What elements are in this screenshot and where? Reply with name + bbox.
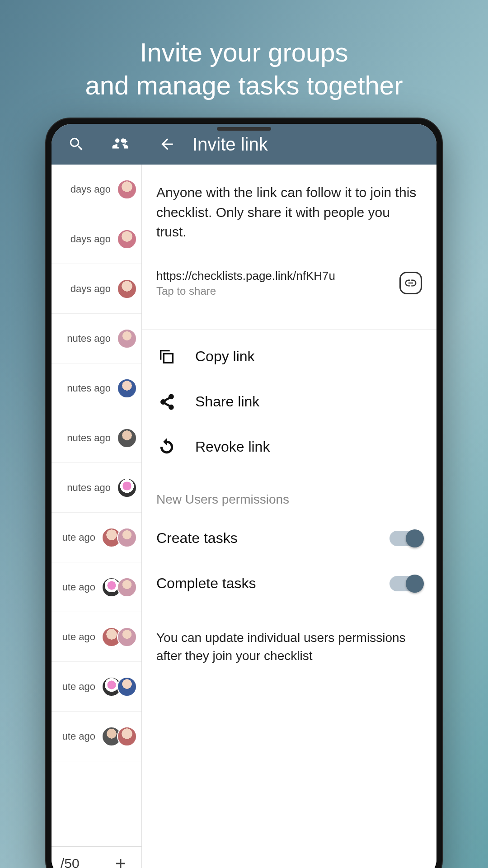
avatar	[117, 478, 137, 498]
time-label: ute ago	[62, 681, 95, 693]
share-icon	[156, 392, 177, 412]
promo-line-1: Invite your groups	[0, 36, 488, 69]
link-icon	[399, 272, 422, 294]
add-button[interactable]	[109, 852, 132, 868]
permissions-footnote: You can update individual users permissi…	[156, 629, 422, 665]
time-label: ute ago	[62, 731, 95, 742]
avatar	[117, 577, 137, 597]
phone-frame: Invite link days agodays agodays agonute…	[45, 118, 443, 868]
time-label: ute ago	[62, 532, 95, 543]
copy-link-label: Copy link	[195, 348, 255, 365]
counter-text: /50	[61, 856, 80, 868]
avatar-group	[117, 279, 137, 299]
avatar	[117, 179, 137, 199]
avatar-group	[117, 329, 137, 349]
avatar-group	[117, 229, 137, 249]
back-icon[interactable]	[155, 132, 179, 156]
avatar-group	[117, 478, 137, 498]
promo-line-2: and manage tasks together	[0, 69, 488, 102]
time-label: nutes ago	[67, 382, 111, 394]
list-item[interactable]: ute ago	[52, 662, 141, 712]
list-item[interactable]: ute ago	[52, 562, 141, 612]
share-link-label: Share link	[195, 393, 259, 410]
avatar-group	[117, 428, 137, 448]
list-item[interactable]: nutes ago	[52, 463, 141, 513]
page-title: Invite link	[192, 134, 268, 155]
copy-link-row[interactable]: Copy link	[156, 334, 422, 379]
avatar	[117, 627, 137, 647]
list-item[interactable]: nutes ago	[52, 363, 141, 413]
perm-create-label: Create tasks	[156, 530, 238, 547]
time-label: days ago	[70, 283, 111, 295]
list-item[interactable]: ute ago	[52, 612, 141, 662]
list-item[interactable]: nutes ago	[52, 314, 141, 363]
avatar-group	[102, 627, 137, 647]
list-item[interactable]: days ago	[52, 165, 141, 214]
left-bottom-bar: /50	[52, 846, 141, 868]
avatar	[117, 726, 137, 746]
list-item[interactable]: days ago	[52, 214, 141, 264]
promo-title: Invite your groups and manage tasks toge…	[0, 36, 488, 102]
list-item[interactable]: ute ago	[52, 513, 141, 562]
activity-list[interactable]: days agodays agodays agonutes agonutes a…	[52, 165, 141, 846]
avatar	[117, 428, 137, 448]
search-icon[interactable]	[65, 132, 88, 156]
avatar-group	[117, 179, 137, 199]
invite-link-row[interactable]: https://checklists.page.link/nfKH7u Tap …	[156, 269, 422, 297]
revoke-link-row[interactable]: Revoke link	[156, 425, 422, 470]
time-label: days ago	[70, 184, 111, 195]
invite-url: https://checklists.page.link/nfKH7u	[156, 269, 390, 283]
perm-create-row: Create tasks	[156, 516, 422, 561]
perm-complete-label: Complete tasks	[156, 575, 256, 592]
avatar	[117, 329, 137, 349]
avatar	[117, 528, 137, 547]
revoke-link-label: Revoke link	[195, 439, 270, 455]
avatar-group	[102, 577, 137, 597]
avatar	[117, 378, 137, 398]
time-label: ute ago	[62, 581, 95, 593]
avatar	[117, 229, 137, 249]
copy-icon	[156, 346, 177, 367]
list-item[interactable]: ute ago	[52, 712, 141, 761]
time-label: days ago	[70, 233, 111, 245]
perm-complete-toggle[interactable]	[389, 576, 422, 591]
time-label: nutes ago	[67, 432, 111, 444]
invite-description: Anyone with the link can follow it to jo…	[156, 183, 422, 242]
share-link-row[interactable]: Share link	[156, 379, 422, 425]
invite-tap-hint: Tap to share	[156, 285, 390, 297]
list-item[interactable]: days ago	[52, 264, 141, 314]
phone-screen: Invite link days agodays agodays agonute…	[52, 124, 436, 868]
avatar-group	[102, 726, 137, 746]
time-label: nutes ago	[67, 333, 111, 344]
permissions-title: New Users permissions	[156, 492, 422, 507]
phone-speaker	[217, 127, 271, 131]
add-group-icon[interactable]	[108, 132, 132, 156]
avatar-group	[102, 677, 137, 697]
invite-panel: Anyone with the link can follow it to jo…	[142, 165, 436, 868]
avatar-group	[102, 528, 137, 547]
avatar	[117, 677, 137, 697]
revoke-icon	[156, 437, 177, 458]
perm-complete-row: Complete tasks	[156, 561, 422, 606]
divider	[142, 329, 436, 330]
left-sidebar: days agodays agodays agonutes agonutes a…	[52, 165, 142, 868]
avatar	[117, 279, 137, 299]
list-item[interactable]: nutes ago	[52, 413, 141, 463]
time-label: ute ago	[62, 631, 95, 643]
avatar-group	[117, 378, 137, 398]
perm-create-toggle[interactable]	[389, 531, 422, 546]
time-label: nutes ago	[67, 482, 111, 494]
